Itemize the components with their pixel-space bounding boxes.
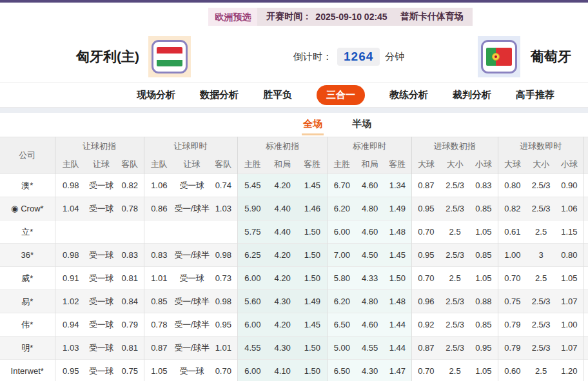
bookmaker-name: 易*	[21, 297, 33, 306]
odds-cell: 0.98	[210, 290, 237, 313]
odds-cell: 0.60	[498, 360, 527, 381]
table-row: 威*0.91受一球0.811.01受一球0.736.004.201.505.80…	[0, 267, 588, 290]
nav-tab-三合一[interactable]: 三合一	[317, 85, 365, 105]
portugal-flag	[478, 36, 520, 77]
odds-cell: 0.87	[411, 174, 440, 197]
bookmaker-name: Interwet*	[11, 366, 44, 376]
odds-cell: 1.49	[384, 197, 411, 220]
odds-cell: 2.5/3	[527, 313, 555, 337]
nav-tab-胜平负[interactable]: 胜平负	[263, 89, 292, 101]
odds-cell: 1.01	[144, 267, 174, 290]
odds-cell: 4.55	[237, 337, 268, 360]
odds-cell: 2.5	[527, 220, 555, 244]
odds-cell: 1.45	[384, 244, 411, 267]
kickoff-label: 开赛时间：	[266, 11, 311, 23]
odds-cell: 1.03	[210, 197, 237, 220]
odds-cell: 0.79	[498, 313, 527, 337]
odds-cell: 7.00	[328, 244, 356, 267]
odds-cell: 6.25	[237, 244, 268, 267]
odds-cell: 0.83	[116, 244, 144, 267]
odds-cell: 4.30	[268, 337, 297, 360]
section-divider-band	[0, 108, 588, 113]
odds-cell: 0.80	[555, 244, 583, 267]
subtab-全场[interactable]: 全场	[303, 113, 322, 137]
sub-header-标准初指-客胜: 客胜	[297, 155, 328, 174]
nav-tab-教练分析[interactable]: 教练分析	[389, 89, 428, 101]
countdown-label: 倒计时：	[293, 51, 332, 63]
table-row: ◉Crow*1.04受一球0.780.86受一/球半1.035.904.401.…	[0, 197, 588, 220]
odds-cell: 0.86	[144, 197, 174, 220]
group-header-进球数即时: 进球数即时	[498, 137, 583, 156]
odds-cell: 4.30	[356, 360, 384, 381]
odds-cell: 3	[527, 244, 555, 267]
bookmaker-cell: Interwet*	[0, 360, 55, 381]
odds-cell: 受一/球半	[174, 290, 210, 313]
odds-cell: 1.45	[297, 174, 328, 197]
sub-header-进球数初指-小球: 小球	[469, 155, 498, 174]
odds-cell: 0.82	[498, 197, 527, 220]
sub-header-标准初指-主胜: 主胜	[237, 155, 268, 174]
odds-cell: 1.15	[555, 220, 583, 244]
odds-cell: 2.5	[440, 360, 469, 381]
odds-table-wrap: 公司让球初指让球即时标准初指标准即时进球数初指进球数即时主队让球客队主队让球客队…	[0, 137, 588, 381]
nav-tab-数据分析[interactable]: 数据分析	[200, 89, 239, 101]
odds-cell: 0.87	[144, 337, 174, 360]
odds-cell: 1.50	[297, 337, 328, 360]
odds-cell: 5.45	[237, 174, 268, 197]
odds-cell: 0.70	[498, 267, 527, 290]
odds-cell: 受一球	[86, 244, 116, 267]
odds-cell: 4.50	[356, 244, 384, 267]
bookmaker-cell: 36*	[0, 244, 55, 267]
subtab-半场[interactable]: 半场	[352, 113, 371, 137]
nav-tab-现场分析[interactable]: 现场分析	[137, 89, 175, 101]
nav-tab-裁判分析[interactable]: 裁判分析	[453, 89, 491, 101]
nav-tab-高手推荐[interactable]: 高手推荐	[516, 89, 554, 101]
sub-header-标准即时-主胜: 主胜	[328, 155, 356, 174]
odds-cell: 2.5/3	[527, 174, 555, 197]
odds-cell-extra	[583, 337, 588, 360]
odds-cell: 1.03	[55, 337, 86, 360]
odds-cell: 6.00	[328, 220, 356, 244]
odds-cell: 0.70	[411, 220, 440, 244]
odds-cell	[210, 220, 237, 244]
group-header-让球初指: 让球初指	[55, 137, 144, 156]
home-team-block: 匈牙利(主)	[76, 36, 191, 77]
odds-cell-extra	[583, 220, 588, 244]
group-header-标准即时: 标准即时	[328, 137, 411, 156]
odds-cell: 0.82	[116, 174, 144, 197]
odds-cell: 受一球	[86, 267, 116, 290]
odds-cell: 2.5/3	[440, 337, 469, 360]
odds-cell: 0.70	[411, 360, 440, 381]
odds-cell: 0.81	[116, 337, 144, 360]
odds-cell: 2.5	[527, 360, 555, 381]
col-header-company: 公司	[0, 137, 55, 174]
odds-cell-extra	[583, 244, 588, 267]
table-row: 36*0.98受一球0.830.83受一/球半0.986.254.201.507…	[0, 244, 588, 267]
league-badge[interactable]: 欧洲预选	[208, 8, 257, 26]
odds-cell: 4.80	[356, 290, 384, 313]
bookmaker-cell: 明*	[0, 337, 55, 360]
bookmaker-cell: 易*	[0, 290, 55, 313]
odds-cell	[86, 220, 116, 244]
odds-cell: 1.46	[297, 197, 328, 220]
odds-cell: 1.00	[498, 244, 527, 267]
odds-cell: 0.75	[116, 360, 144, 381]
odds-cell: 0.95	[411, 197, 440, 220]
odds-cell: 2.5/3	[440, 244, 469, 267]
bookmaker-name: 威*	[21, 273, 33, 283]
odds-cell: 受一/球半	[174, 313, 210, 337]
odds-cell: 1.07	[555, 337, 583, 360]
odds-cell-extra	[583, 290, 588, 313]
sub-header-标准初指-和局: 和局	[268, 155, 297, 174]
odds-cell: 0.70	[411, 267, 440, 290]
odds-cell: 1.50	[384, 267, 411, 290]
table-row: 明*1.03受一球0.810.87受一/球半1.014.554.301.505.…	[0, 337, 588, 360]
odds-cell: 1.44	[384, 313, 411, 337]
odds-cell-extra	[583, 313, 588, 337]
bookmaker-name: 立*	[21, 227, 33, 237]
odds-cell: 2.5	[440, 267, 469, 290]
odds-cell: 2.5/3	[440, 313, 469, 337]
odds-cell: 6.20	[328, 290, 356, 313]
odds-cell: 0.94	[55, 313, 86, 337]
odds-cell: 0.88	[469, 290, 498, 313]
